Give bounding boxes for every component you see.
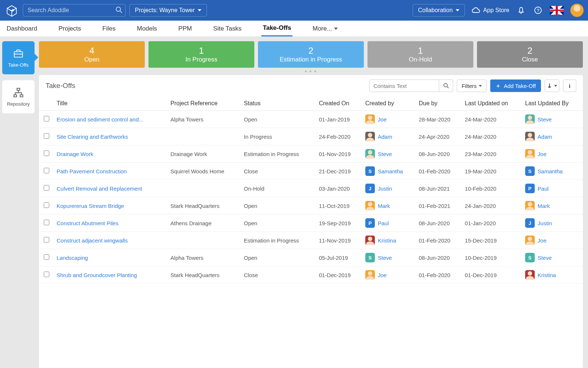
takeoff-link[interactable]: Site Clearing and Earthworks — [57, 134, 128, 140]
takeoff-link[interactable]: Drainage Work — [57, 151, 93, 157]
takeoff-link[interactable]: Erosion and sediment control and... — [57, 116, 143, 123]
status-label: Close — [522, 56, 538, 63]
export-dropdown[interactable]: ⤓ — [545, 79, 559, 92]
user-link[interactable]: Steve — [378, 255, 392, 261]
sidebar-item-take-offs[interactable]: Take-Offs — [2, 41, 35, 74]
user-avatar[interactable] — [570, 4, 584, 17]
info-button[interactable]: i — [563, 79, 576, 92]
filters-dropdown[interactable]: Filters — [457, 79, 487, 92]
nav-tab-projects[interactable]: Projects — [57, 21, 82, 36]
col-project-reference[interactable]: Project Reference — [168, 96, 241, 111]
user-link[interactable]: Joe — [538, 237, 546, 244]
user-link[interactable]: Samantha — [538, 168, 563, 174]
project-selector[interactable]: Projects: Wayne Tower — [129, 4, 207, 17]
col-last-updated-on[interactable]: Last Updated on — [462, 96, 522, 111]
user-link[interactable]: Kristina — [378, 237, 396, 244]
row-checkbox[interactable] — [44, 237, 49, 243]
cell-project: Drainage Work — [168, 145, 241, 163]
user-cell: Mark — [525, 201, 580, 210]
col-created-on[interactable]: Created On — [316, 96, 362, 111]
nav-tab-site-tasks[interactable]: Site Tasks — [212, 21, 243, 36]
filter-text-input[interactable] — [369, 79, 439, 92]
col-status[interactable]: Status — [241, 96, 316, 111]
cell-updated-by: Mark — [522, 197, 583, 215]
user-link[interactable]: Justin — [538, 220, 552, 226]
col-title[interactable]: Title — [54, 96, 168, 111]
status-card-in-progress[interactable]: 1In Progress — [148, 41, 254, 68]
add-takeoff-button[interactable]: ＋ Add Take-Off — [490, 79, 541, 92]
row-checkbox[interactable] — [44, 254, 49, 260]
avatar-initial: J — [365, 184, 375, 193]
user-link[interactable]: Mark — [378, 203, 390, 209]
avatar-initial: S — [365, 166, 375, 176]
language-flag-uk[interactable] — [550, 6, 564, 15]
app-store-label: App Store — [483, 7, 509, 14]
avatar-image — [525, 132, 535, 141]
user-link[interactable]: Paul — [538, 185, 549, 192]
takeoff-link[interactable]: Shrub and Groundcover Planting — [57, 272, 137, 278]
user-link[interactable]: Justin — [378, 185, 392, 192]
user-link[interactable]: Steve — [538, 116, 552, 123]
takeoff-link[interactable]: Construct Abutment Piles — [57, 220, 118, 226]
takeoffs-table: TitleProject ReferenceStatusCreated OnCr… — [39, 96, 583, 284]
user-link[interactable]: Joe — [378, 272, 387, 278]
collaboration-dropdown[interactable]: Collaboration — [413, 4, 465, 17]
nav-tab-files[interactable]: Files — [101, 21, 117, 36]
row-checkbox[interactable] — [44, 116, 49, 121]
cell-created-by: SSamantha — [362, 163, 416, 180]
user-link[interactable]: Kristina — [538, 272, 556, 278]
col-created-by[interactable]: Created by — [362, 96, 416, 111]
cell-project: Alpha Towers — [168, 111, 241, 128]
user-link[interactable]: Adam — [538, 134, 552, 140]
user-link[interactable]: Samantha — [378, 168, 403, 174]
nav-tab-take-offs[interactable]: Take-Offs — [261, 21, 293, 36]
nav-tab-ppm[interactable]: PPM — [177, 21, 193, 36]
nav-more-label: More... — [312, 25, 332, 32]
sidebar-item-label: Take-Offs — [8, 62, 28, 68]
status-label: Estimation in Progress — [280, 56, 342, 63]
user-link[interactable]: Joe — [378, 116, 387, 123]
help-button[interactable]: ? — [533, 5, 543, 15]
notifications-button[interactable] — [516, 5, 526, 15]
search-icon[interactable] — [115, 6, 123, 15]
row-checkbox[interactable] — [44, 202, 49, 208]
row-checkbox[interactable] — [44, 185, 49, 191]
search-input[interactable] — [23, 4, 126, 17]
takeoff-link[interactable]: Culvert Removal and Replacement — [57, 185, 142, 192]
user-link[interactable]: Steve — [378, 151, 392, 157]
resize-grip[interactable]: ▲▲▲ — [39, 68, 583, 73]
row-checkbox[interactable] — [44, 220, 49, 225]
col-due-by[interactable]: Due by — [416, 96, 462, 111]
status-card-estimation-in-progress[interactable]: 2Estimation in Progress — [258, 41, 364, 68]
user-link[interactable]: Mark — [538, 203, 550, 209]
status-card-open[interactable]: 4Open — [39, 41, 145, 68]
user-link[interactable]: Adam — [378, 134, 392, 140]
cell-updated-by: Adam — [522, 128, 583, 145]
cell-title: Erosion and sediment control and... — [54, 111, 168, 128]
user-link[interactable]: Steve — [538, 255, 552, 261]
takeoff-link[interactable]: Construct adjacent wingwalls — [57, 237, 128, 244]
cell-status: Estimation in Progress — [241, 232, 316, 249]
app-store-link[interactable]: App Store — [472, 7, 509, 14]
filter-search-button[interactable] — [439, 79, 453, 92]
app-logo[interactable] — [4, 3, 19, 18]
user-link[interactable]: Paul — [378, 220, 389, 226]
sidebar-item-repository[interactable]: Repository — [2, 80, 35, 113]
status-card-on-hold[interactable]: 1On-Hold — [368, 41, 473, 68]
row-checkbox[interactable] — [44, 168, 49, 173]
nav-tab-models[interactable]: Models — [136, 21, 159, 36]
col-last-updated-by[interactable]: Last Updated By — [522, 96, 583, 111]
row-checkbox[interactable] — [44, 272, 49, 277]
cell-created-by: Steve — [362, 145, 416, 163]
cell-created-by: Mark — [362, 197, 416, 215]
nav-more-dropdown[interactable]: More... — [311, 21, 339, 36]
takeoff-link[interactable]: Path Pavement Construction — [57, 168, 127, 174]
row-checkbox[interactable] — [44, 151, 49, 156]
nav-tab-dashboard[interactable]: Dashboard — [5, 21, 39, 36]
status-card-close[interactable]: 2Close — [477, 41, 583, 68]
user-link[interactable]: Joe — [538, 151, 546, 157]
col-checkbox — [39, 96, 54, 111]
takeoff-link[interactable]: Landscaping — [57, 255, 88, 261]
row-checkbox[interactable] — [44, 133, 49, 139]
takeoff-link[interactable]: Kopurererua Stream Bridge — [57, 203, 124, 209]
